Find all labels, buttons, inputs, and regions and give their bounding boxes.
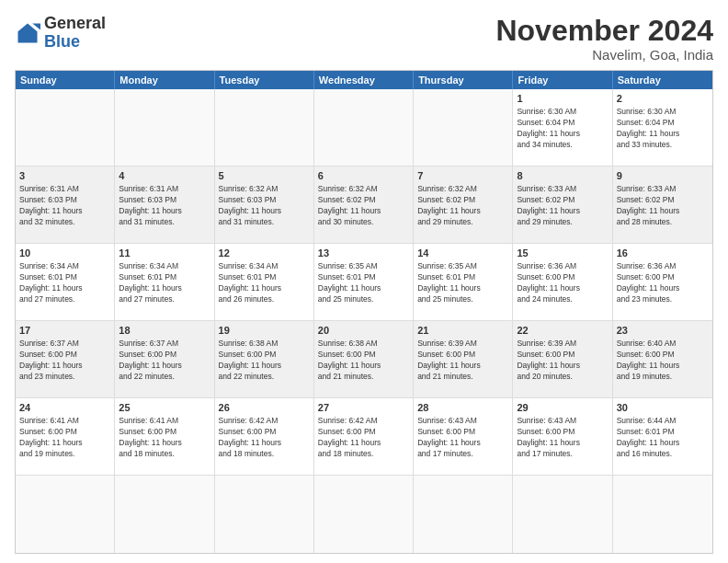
day-number: 27 (318, 401, 409, 415)
calendar-cell (414, 89, 513, 166)
cell-info: Sunrise: 6:39 AM Sunset: 6:00 PM Dayligh… (417, 339, 508, 383)
day-number: 1 (517, 92, 608, 106)
calendar-cell: 8Sunrise: 6:33 AM Sunset: 6:02 PM Daylig… (513, 167, 612, 243)
calendar-cell: 22Sunrise: 6:39 AM Sunset: 6:00 PM Dayli… (513, 321, 612, 397)
calendar-cell: 19Sunrise: 6:38 AM Sunset: 6:00 PM Dayli… (215, 321, 314, 397)
calendar-cell: 29Sunrise: 6:43 AM Sunset: 6:00 PM Dayli… (513, 398, 612, 475)
calendar-row: 1Sunrise: 6:30 AM Sunset: 6:04 PM Daylig… (16, 89, 712, 167)
calendar-row (16, 476, 712, 553)
calendar-cell (115, 89, 214, 166)
calendar-cell (215, 89, 314, 166)
logo-blue: Blue (44, 32, 80, 51)
cell-info: Sunrise: 6:35 AM Sunset: 6:01 PM Dayligh… (417, 261, 508, 305)
svg-marker-0 (18, 23, 38, 42)
calendar-row: 10Sunrise: 6:34 AM Sunset: 6:01 PM Dayli… (16, 244, 712, 321)
weekday-header: Thursday (414, 71, 513, 89)
calendar-cell: 7Sunrise: 6:32 AM Sunset: 6:02 PM Daylig… (414, 167, 513, 243)
cell-info: Sunrise: 6:35 AM Sunset: 6:01 PM Dayligh… (318, 261, 409, 305)
calendar-cell: 2Sunrise: 6:30 AM Sunset: 6:04 PM Daylig… (613, 89, 712, 166)
calendar-cell: 1Sunrise: 6:30 AM Sunset: 6:04 PM Daylig… (513, 89, 612, 166)
calendar-cell: 25Sunrise: 6:41 AM Sunset: 6:00 PM Dayli… (115, 398, 214, 475)
calendar-cell: 6Sunrise: 6:32 AM Sunset: 6:02 PM Daylig… (314, 167, 414, 243)
cell-info: Sunrise: 6:40 AM Sunset: 6:00 PM Dayligh… (617, 339, 709, 383)
logo-icon (15, 20, 40, 46)
calendar-cell: 18Sunrise: 6:37 AM Sunset: 6:00 PM Dayli… (115, 321, 214, 397)
cell-info: Sunrise: 6:34 AM Sunset: 6:01 PM Dayligh… (19, 261, 110, 305)
cell-info: Sunrise: 6:39 AM Sunset: 6:00 PM Dayligh… (517, 339, 608, 383)
cell-info: Sunrise: 6:36 AM Sunset: 6:00 PM Dayligh… (517, 261, 608, 305)
cell-info: Sunrise: 6:42 AM Sunset: 6:00 PM Dayligh… (219, 416, 310, 460)
cell-info: Sunrise: 6:32 AM Sunset: 6:02 PM Dayligh… (318, 184, 409, 228)
calendar-cell: 17Sunrise: 6:37 AM Sunset: 6:00 PM Dayli… (16, 321, 115, 397)
calendar-body: 1Sunrise: 6:30 AM Sunset: 6:04 PM Daylig… (16, 89, 712, 553)
day-number: 25 (119, 401, 210, 415)
day-number: 11 (119, 247, 210, 260)
weekday-header: Sunday (16, 71, 115, 89)
day-number: 22 (517, 324, 608, 338)
day-number: 4 (119, 169, 210, 183)
day-number: 24 (19, 401, 110, 415)
day-number: 23 (617, 324, 709, 338)
calendar-cell (115, 476, 214, 553)
day-number: 29 (517, 401, 608, 415)
day-number: 3 (19, 169, 110, 183)
calendar-cell: 12Sunrise: 6:34 AM Sunset: 6:01 PM Dayli… (215, 244, 314, 320)
cell-info: Sunrise: 6:31 AM Sunset: 6:03 PM Dayligh… (19, 184, 110, 228)
cell-info: Sunrise: 6:34 AM Sunset: 6:01 PM Dayligh… (119, 261, 210, 305)
page: General Blue November 2024 Navelim, Goa,… (0, 0, 728, 563)
weekday-header: Tuesday (215, 71, 314, 89)
cell-info: Sunrise: 6:43 AM Sunset: 6:00 PM Dayligh… (517, 416, 608, 460)
cell-info: Sunrise: 6:38 AM Sunset: 6:00 PM Dayligh… (219, 339, 310, 383)
location: Navelim, Goa, India (495, 47, 713, 63)
calendar-row: 24Sunrise: 6:41 AM Sunset: 6:00 PM Dayli… (16, 398, 712, 476)
calendar-row: 17Sunrise: 6:37 AM Sunset: 6:00 PM Dayli… (16, 321, 712, 398)
cell-info: Sunrise: 6:37 AM Sunset: 6:00 PM Dayligh… (119, 339, 210, 383)
calendar: SundayMondayTuesdayWednesdayThursdayFrid… (15, 70, 713, 554)
day-number: 8 (517, 169, 608, 183)
cell-info: Sunrise: 6:34 AM Sunset: 6:01 PM Dayligh… (219, 261, 310, 305)
day-number: 15 (517, 247, 608, 260)
calendar-cell (414, 476, 513, 553)
logo: General Blue (15, 15, 106, 52)
calendar-cell: 30Sunrise: 6:44 AM Sunset: 6:01 PM Dayli… (613, 398, 712, 475)
cell-info: Sunrise: 6:41 AM Sunset: 6:00 PM Dayligh… (119, 416, 210, 460)
calendar-cell (16, 476, 115, 553)
day-number: 18 (119, 324, 210, 338)
day-number: 5 (219, 169, 310, 183)
logo-text: General Blue (44, 15, 106, 52)
calendar-cell (16, 89, 115, 166)
cell-info: Sunrise: 6:33 AM Sunset: 6:02 PM Dayligh… (517, 184, 608, 228)
calendar-row: 3Sunrise: 6:31 AM Sunset: 6:03 PM Daylig… (16, 167, 712, 244)
day-number: 21 (417, 324, 508, 338)
cell-info: Sunrise: 6:42 AM Sunset: 6:00 PM Dayligh… (318, 416, 409, 460)
calendar-cell: 24Sunrise: 6:41 AM Sunset: 6:00 PM Dayli… (16, 398, 115, 475)
calendar-cell: 9Sunrise: 6:33 AM Sunset: 6:02 PM Daylig… (613, 167, 712, 243)
calendar-cell: 26Sunrise: 6:42 AM Sunset: 6:00 PM Dayli… (215, 398, 314, 475)
day-number: 10 (19, 247, 110, 260)
day-number: 14 (417, 247, 508, 260)
day-number: 16 (617, 247, 709, 260)
cell-info: Sunrise: 6:30 AM Sunset: 6:04 PM Dayligh… (517, 107, 608, 151)
cell-info: Sunrise: 6:31 AM Sunset: 6:03 PM Dayligh… (119, 184, 210, 228)
weekday-header: Saturday (613, 71, 712, 89)
title-block: November 2024 Navelim, Goa, India (495, 15, 713, 63)
cell-info: Sunrise: 6:41 AM Sunset: 6:00 PM Dayligh… (19, 416, 110, 460)
cell-info: Sunrise: 6:30 AM Sunset: 6:04 PM Dayligh… (617, 107, 709, 151)
weekday-header: Monday (115, 71, 214, 89)
calendar-cell: 10Sunrise: 6:34 AM Sunset: 6:01 PM Dayli… (16, 244, 115, 320)
cell-info: Sunrise: 6:37 AM Sunset: 6:00 PM Dayligh… (19, 339, 110, 383)
calendar-cell: 3Sunrise: 6:31 AM Sunset: 6:03 PM Daylig… (16, 167, 115, 243)
calendar-cell (513, 476, 612, 553)
day-number: 30 (617, 401, 709, 415)
calendar-cell: 5Sunrise: 6:32 AM Sunset: 6:03 PM Daylig… (215, 167, 314, 243)
weekday-header: Friday (513, 71, 612, 89)
calendar-cell: 21Sunrise: 6:39 AM Sunset: 6:00 PM Dayli… (414, 321, 513, 397)
day-number: 19 (219, 324, 310, 338)
calendar-cell: 28Sunrise: 6:43 AM Sunset: 6:00 PM Dayli… (414, 398, 513, 475)
cell-info: Sunrise: 6:33 AM Sunset: 6:02 PM Dayligh… (617, 184, 709, 228)
day-number: 28 (417, 401, 508, 415)
calendar-cell: 15Sunrise: 6:36 AM Sunset: 6:00 PM Dayli… (513, 244, 612, 320)
cell-info: Sunrise: 6:32 AM Sunset: 6:03 PM Dayligh… (219, 184, 310, 228)
calendar-cell: 14Sunrise: 6:35 AM Sunset: 6:01 PM Dayli… (414, 244, 513, 320)
day-number: 2 (617, 92, 709, 106)
